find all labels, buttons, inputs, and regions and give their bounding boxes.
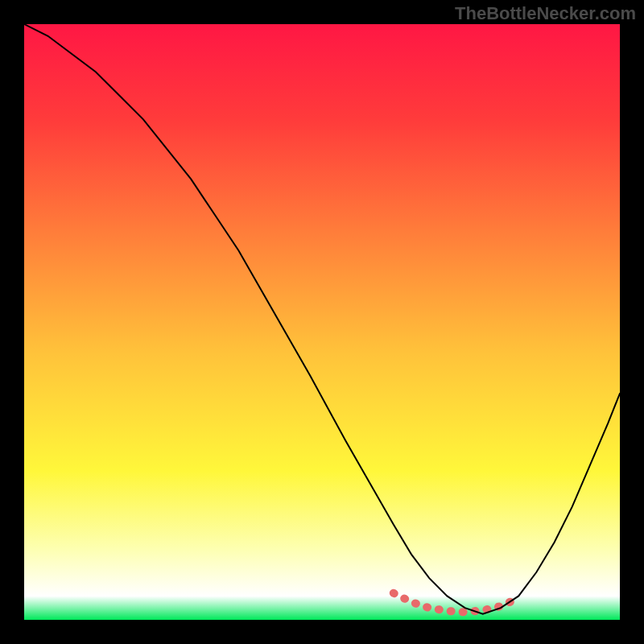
chart-container: TheBottleNecker.com [0,0,644,644]
plot-area [24,24,620,620]
gradient-background [24,24,620,620]
chart-svg [24,24,620,620]
watermark-text: TheBottleNecker.com [455,3,636,24]
